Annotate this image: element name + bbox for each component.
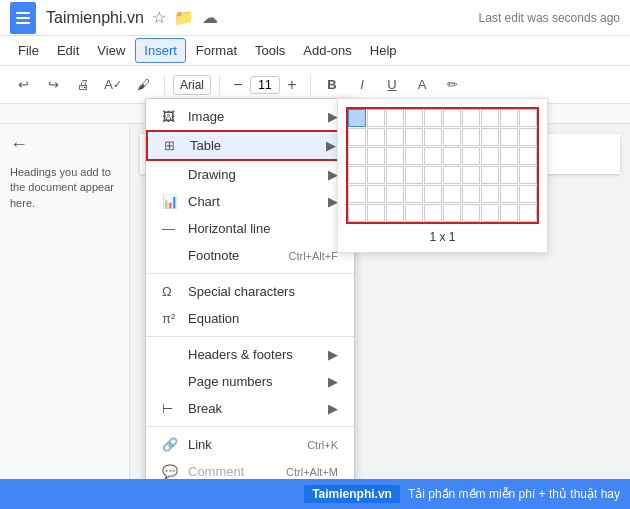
paint-format-button[interactable]: 🖌 [130,72,156,98]
italic-button[interactable]: I [349,72,375,98]
table-cell-6-1[interactable] [348,204,366,222]
table-cell-5-10[interactable] [519,185,537,203]
table-cell-2-9[interactable] [500,128,518,146]
insert-special-chars-item[interactable]: Ω Special characters [146,278,354,305]
table-cell-1-10[interactable] [519,109,537,127]
table-cell-6-6[interactable] [443,204,461,222]
table-cell-2-10[interactable] [519,128,537,146]
table-cell-5-2[interactable] [367,185,385,203]
table-cell-6-2[interactable] [367,204,385,222]
table-cell-5-4[interactable] [405,185,423,203]
table-cell-4-4[interactable] [405,166,423,184]
table-cell-5-5[interactable] [424,185,442,203]
table-cell-3-6[interactable] [443,147,461,165]
font-size-decrease[interactable]: − [228,75,248,95]
table-cell-1-2[interactable] [367,109,385,127]
cloud-icon[interactable]: ☁ [202,8,218,27]
table-cell-6-3[interactable] [386,204,404,222]
table-cell-4-10[interactable] [519,166,537,184]
table-cell-2-3[interactable] [386,128,404,146]
menu-edit[interactable]: Edit [49,39,87,62]
font-size-input[interactable] [250,76,280,94]
table-cell-4-6[interactable] [443,166,461,184]
menu-insert[interactable]: Insert [135,38,186,63]
table-cell-1-8[interactable] [481,109,499,127]
table-cell-1-6[interactable] [443,109,461,127]
menu-format[interactable]: Format [188,39,245,62]
table-cell-2-6[interactable] [443,128,461,146]
table-cell-4-5[interactable] [424,166,442,184]
menu-separator-3 [146,426,354,427]
insert-horizontal-line-item[interactable]: — Horizontal line [146,215,354,242]
table-cell-4-3[interactable] [386,166,404,184]
redo-button[interactable]: ↪ [40,72,66,98]
table-cell-3-7[interactable] [462,147,480,165]
table-cell-6-5[interactable] [424,204,442,222]
table-cell-3-2[interactable] [367,147,385,165]
table-cell-1-9[interactable] [500,109,518,127]
table-cell-2-2[interactable] [367,128,385,146]
table-cell-1-3[interactable] [386,109,404,127]
table-cell-2-1[interactable] [348,128,366,146]
table-arrow-icon: ▶ [326,138,336,153]
folder-icon[interactable]: 📁 [174,8,194,27]
insert-link-item[interactable]: 🔗 Link Ctrl+K [146,431,354,458]
table-cell-4-7[interactable] [462,166,480,184]
menu-view[interactable]: View [89,39,133,62]
table-cell-1-5[interactable] [424,109,442,127]
table-cell-4-9[interactable] [500,166,518,184]
insert-image-item[interactable]: 🖼 Image ▶ [146,103,354,130]
table-cell-1-7[interactable] [462,109,480,127]
table-cell-6-7[interactable] [462,204,480,222]
menu-file[interactable]: File [10,39,47,62]
table-cell-6-10[interactable] [519,204,537,222]
table-cell-1-4[interactable] [405,109,423,127]
table-cell-3-1[interactable] [348,147,366,165]
sidebar-back-button[interactable]: ← [10,134,119,155]
menu-addons[interactable]: Add-ons [295,39,359,62]
insert-equation-item[interactable]: π² Equation [146,305,354,332]
table-cell-5-8[interactable] [481,185,499,203]
table-cell-2-4[interactable] [405,128,423,146]
print-button[interactable]: 🖨 [70,72,96,98]
font-size-increase[interactable]: + [282,75,302,95]
table-cell-2-8[interactable] [481,128,499,146]
menu-tools[interactable]: Tools [247,39,293,62]
table-cell-5-3[interactable] [386,185,404,203]
table-cell-4-1[interactable] [348,166,366,184]
table-cell-3-10[interactable] [519,147,537,165]
insert-headers-footers-item[interactable]: Headers & footers ▶ [146,341,354,368]
table-cell-3-3[interactable] [386,147,404,165]
table-cell-4-2[interactable] [367,166,385,184]
table-cell-5-9[interactable] [500,185,518,203]
underline-button[interactable]: U [379,72,405,98]
table-cell-6-8[interactable] [481,204,499,222]
table-cell-3-4[interactable] [405,147,423,165]
bold-button[interactable]: B [319,72,345,98]
star-icon[interactable]: ☆ [152,8,166,27]
table-cell-4-8[interactable] [481,166,499,184]
font-selector[interactable]: Arial [173,75,211,95]
table-cell-5-6[interactable] [443,185,461,203]
spell-check-button[interactable]: A✓ [100,72,126,98]
table-cell-6-4[interactable] [405,204,423,222]
highlight-button[interactable]: ✏ [439,72,465,98]
table-cell-3-5[interactable] [424,147,442,165]
table-cell-1-1[interactable] [348,109,366,127]
insert-chart-item[interactable]: 📊 Chart ▶ [146,188,354,215]
table-cell-3-8[interactable] [481,147,499,165]
table-cell-2-7[interactable] [462,128,480,146]
undo-button[interactable]: ↩ [10,72,36,98]
font-color-button[interactable]: A [409,72,435,98]
insert-page-numbers-item[interactable]: Page numbers ▶ [146,368,354,395]
table-cell-2-5[interactable] [424,128,442,146]
table-cell-5-7[interactable] [462,185,480,203]
table-cell-5-1[interactable] [348,185,366,203]
insert-drawing-item[interactable]: Drawing ▶ [146,161,354,188]
menu-help[interactable]: Help [362,39,405,62]
insert-footnote-item[interactable]: Footnote Ctrl+Alt+F [146,242,354,269]
insert-break-item[interactable]: ⊢ Break ▶ [146,395,354,422]
insert-table-item[interactable]: ⊞ Table ▶ [146,130,354,161]
table-cell-3-9[interactable] [500,147,518,165]
table-cell-6-9[interactable] [500,204,518,222]
